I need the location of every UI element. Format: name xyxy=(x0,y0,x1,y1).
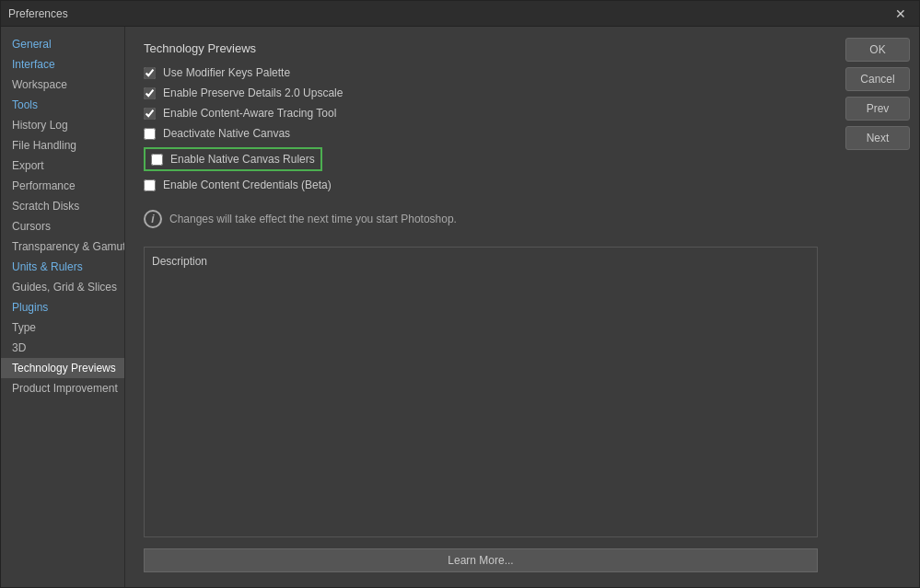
checkbox-row-enable-content-aware: Enable Content-Aware Tracing Tool xyxy=(144,107,818,120)
checkbox-enable-native-canvas-rulers[interactable] xyxy=(151,154,163,166)
sidebar-item-type[interactable]: Type xyxy=(1,317,124,338)
sidebar-item-interface[interactable]: Interface xyxy=(1,54,124,75)
sidebar: GeneralInterfaceWorkspaceToolsHistory Lo… xyxy=(1,27,125,587)
checkbox-label-use-modifier-keys: Use Modifier Keys Palette xyxy=(163,66,290,79)
sidebar-item-performance[interactable]: Performance xyxy=(1,176,124,196)
checkbox-row-use-modifier-keys: Use Modifier Keys Palette xyxy=(144,66,818,79)
checkbox-enable-preserve-details[interactable] xyxy=(144,87,156,99)
sidebar-item-transparency-gamut[interactable]: Transparency & Gamut xyxy=(1,236,124,257)
info-message: Changes will take effect the next time y… xyxy=(169,213,457,225)
sidebar-item-units-rulers[interactable]: Units & Rulers xyxy=(1,257,124,277)
checkbox-deactivate-native-canvas[interactable] xyxy=(144,128,156,140)
close-button[interactable]: ✕ xyxy=(890,6,912,22)
sidebar-item-guides-grid-slices[interactable]: Guides, Grid & Slices xyxy=(1,277,124,297)
sidebar-item-plugins[interactable]: Plugins xyxy=(1,297,124,317)
sidebar-item-general[interactable]: General xyxy=(1,34,124,54)
checkbox-label-enable-content-aware: Enable Content-Aware Tracing Tool xyxy=(163,107,336,120)
checkbox-label-enable-native-canvas-rulers: Enable Native Canvas Rulers xyxy=(170,153,315,166)
sidebar-item-history-log[interactable]: History Log xyxy=(1,115,124,135)
checkbox-label-deactivate-native-canvas: Deactivate Native Canvas xyxy=(163,127,290,140)
checkbox-label-enable-content-credentials: Enable Content Credentials (Beta) xyxy=(163,179,332,191)
title-bar: Preferences ✕ xyxy=(1,1,919,27)
checkbox-row-deactivate-native-canvas: Deactivate Native Canvas xyxy=(144,127,818,140)
description-box: Description xyxy=(144,247,818,537)
checkboxes-container: Use Modifier Keys PaletteEnable Preserve… xyxy=(144,66,818,199)
section-title: Technology Previews xyxy=(144,41,818,55)
prev-button[interactable]: Prev xyxy=(845,97,910,121)
sidebar-item-export[interactable]: Export xyxy=(1,156,124,176)
checkbox-use-modifier-keys[interactable] xyxy=(144,67,156,79)
preferences-dialog: Preferences ✕ GeneralInterfaceWorkspaceT… xyxy=(0,0,920,588)
checkbox-row-enable-content-credentials: Enable Content Credentials (Beta) xyxy=(144,179,818,191)
sidebar-item-3d[interactable]: 3D xyxy=(1,338,124,358)
learn-more-button[interactable]: Learn More... xyxy=(144,548,818,572)
sidebar-item-cursors[interactable]: Cursors xyxy=(1,216,124,236)
sidebar-item-technology-previews[interactable]: Technology Previews xyxy=(1,358,124,378)
sidebar-item-tools[interactable]: Tools xyxy=(1,95,124,115)
cancel-button[interactable]: Cancel xyxy=(845,67,910,91)
action-buttons: OK Cancel Prev Next xyxy=(836,27,919,587)
checkbox-row-enable-preserve-details: Enable Preserve Details 2.0 Upscale xyxy=(144,86,818,99)
main-content: Technology Previews Use Modifier Keys Pa… xyxy=(125,27,836,587)
dialog-body: GeneralInterfaceWorkspaceToolsHistory Lo… xyxy=(1,27,919,587)
checkbox-row-enable-native-canvas-rulers: Enable Native Canvas Rulers xyxy=(144,147,322,171)
checkbox-label-enable-preserve-details: Enable Preserve Details 2.0 Upscale xyxy=(163,86,343,99)
dialog-title: Preferences xyxy=(8,7,68,20)
description-title: Description xyxy=(152,255,809,268)
info-row: i Changes will take effect the next time… xyxy=(144,210,818,228)
sidebar-item-file-handling[interactable]: File Handling xyxy=(1,135,124,156)
next-button[interactable]: Next xyxy=(845,126,910,150)
ok-button[interactable]: OK xyxy=(845,38,910,62)
sidebar-item-product-improvement[interactable]: Product Improvement xyxy=(1,378,124,398)
sidebar-item-workspace[interactable]: Workspace xyxy=(1,75,124,95)
checkbox-enable-content-aware[interactable] xyxy=(144,108,156,120)
checkbox-enable-content-credentials[interactable] xyxy=(144,179,156,191)
info-icon: i xyxy=(144,210,162,228)
sidebar-item-scratch-disks[interactable]: Scratch Disks xyxy=(1,196,124,216)
